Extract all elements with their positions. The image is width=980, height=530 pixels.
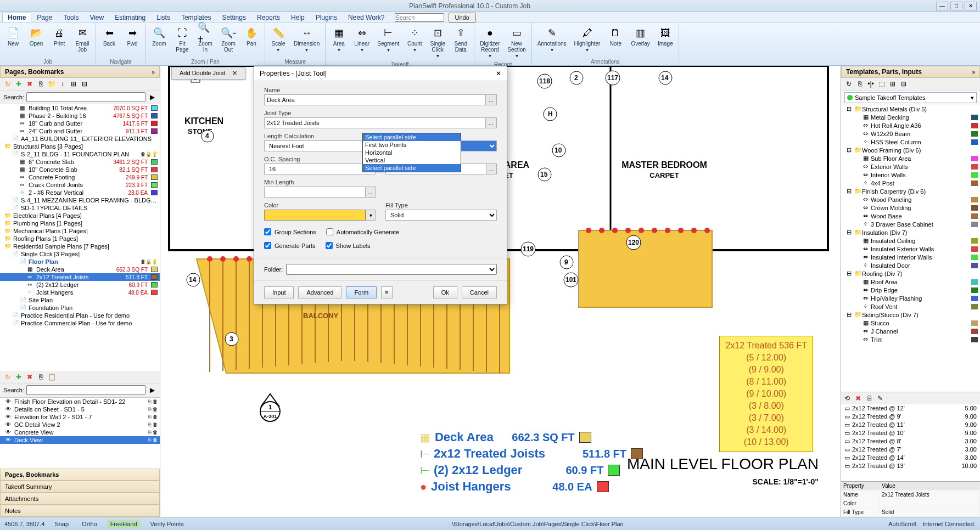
accordion-pages[interactable]: Pages, Bookmarks <box>0 469 160 481</box>
cancel-button[interactable]: Cancel <box>462 286 497 298</box>
advanced-tab-button[interactable]: Advanced <box>298 286 341 298</box>
template-item[interactable]: ⊟📁Wood Framing (Div 6) <box>841 146 980 154</box>
views-refresh-icon[interactable]: ↻ <box>3 373 12 381</box>
ribbon-highlighter-button[interactable]: 🖍Highlighter▾ <box>572 24 603 54</box>
name-input[interactable] <box>264 94 485 105</box>
template-item[interactable]: ⇔Insulated Exterior Walls <box>841 245 980 253</box>
view-item[interactable]: 👁Elevation for Wall 2 - SD1 - 7⎘ 🗑 <box>0 413 160 421</box>
template-item[interactable]: ▦Sub Floor Area <box>841 154 980 162</box>
menu-estimating[interactable]: Estimating <box>109 13 151 22</box>
template-item[interactable]: ⇔W12x20 Beam <box>841 129 980 138</box>
tree-item[interactable]: ▦Building 10 Total Area7070.0 SQ FT <box>0 104 160 112</box>
ribbon-area-button[interactable]: ▦Area▾ <box>329 24 349 54</box>
accordion-attachments[interactable]: Attachments <box>0 493 160 505</box>
template-item[interactable]: ⇔Drip Edge <box>841 286 980 294</box>
dropdown-option[interactable]: First two Points <box>363 141 461 149</box>
ribbon-count-button[interactable]: ⁘Count▾ <box>405 24 424 54</box>
part-cfg-icon[interactable]: ✎ <box>876 394 884 403</box>
sort-icon[interactable]: ↕ <box>58 80 67 88</box>
min-length-input[interactable] <box>264 187 365 198</box>
color-swatch[interactable] <box>264 210 366 221</box>
tpl-sort-icon[interactable]: •|• <box>866 80 875 88</box>
ortho-toggle[interactable]: Ortho <box>79 520 100 528</box>
part-sync-icon[interactable]: ⟲ <box>843 394 852 403</box>
minimize-button[interactable]: — <box>936 2 948 10</box>
views-search-input[interactable] <box>26 385 145 395</box>
copy-icon[interactable]: ⎘ <box>36 80 45 88</box>
menu-needwork[interactable]: Need Work? <box>343 13 390 22</box>
view-item[interactable]: 👁Deck View⎘ 🗑 <box>0 436 160 444</box>
undo-button[interactable]: Undo <box>449 13 476 22</box>
views-delete-icon[interactable]: ✖ <box>25 373 34 381</box>
tree-item[interactable]: 📁Mechanical Plans [1 Pages] <box>0 227 160 235</box>
tpl-expand-icon[interactable]: ⊞ <box>888 80 897 88</box>
tree-item[interactable]: 📁Residential Sample Plans [7 Pages] <box>0 243 160 250</box>
tree-item[interactable]: 📄Practice Residential Plan - Use for dem… <box>0 312 160 319</box>
menu-help[interactable]: Help <box>285 13 310 22</box>
color-dropdown-button[interactable]: ▾ <box>366 210 376 221</box>
fill-type-select[interactable]: Solid <box>385 210 497 221</box>
template-item[interactable]: ⁘3 Drawer Base Cabinet <box>841 220 980 228</box>
pages-tree[interactable]: ▦Building 10 Total Area7070.0 SQ FT▦Phas… <box>0 104 160 371</box>
accordion-takeoff[interactable]: Takeoff Summary <box>0 481 160 493</box>
view-item[interactable]: 👁GC Detail View 2⎘ 🗑 <box>0 421 160 428</box>
tree-item[interactable]: 📄Foundation Plan <box>0 304 160 312</box>
tree-item[interactable]: ▦6" Concrete Slab3461.2 SQ FT <box>0 158 160 166</box>
tree-item[interactable]: ▦10" Concrete Slab82.1 SQ FT <box>0 166 160 173</box>
dialog-close-icon[interactable]: ✕ <box>496 70 501 77</box>
part-row[interactable]: ▭2x12 Treated @ 12'5.00 <box>841 404 980 413</box>
tree-item[interactable]: 📄S-4_11 MEZZANINE FLOOR FRAMING - BLDG 1… <box>0 196 160 204</box>
delete-icon[interactable]: ✖ <box>25 80 34 88</box>
template-item[interactable]: ⇔Wood Base <box>841 212 980 220</box>
property-row[interactable]: Fill TypeSolid <box>841 508 980 517</box>
form-tab-button[interactable]: Form <box>346 286 377 298</box>
collapse-icon[interactable]: » <box>152 69 155 75</box>
dropdown-selected[interactable]: Select parallel side <box>363 133 461 141</box>
ok-button[interactable]: Ok <box>433 286 457 298</box>
menu-lists[interactable]: Lists <box>151 13 176 22</box>
template-item[interactable]: ⁘HSS Steel Column <box>841 138 980 146</box>
property-row[interactable]: Color <box>841 499 980 508</box>
template-item[interactable]: ⁘Roof Vent <box>841 302 980 311</box>
tpl-copy-icon[interactable]: ⎘ <box>855 80 864 88</box>
folder-icon[interactable]: 📁 <box>47 80 56 88</box>
ribbon-digitizerrecord-button[interactable]: ●DigitizerRecord▾ <box>478 24 502 60</box>
tree-item[interactable]: ⇔(2) 2x12 Ledger60.9 FT <box>0 281 160 289</box>
part-row[interactable]: ▭2x12 Treated @ 8'3.00 <box>841 437 980 446</box>
parts-list[interactable]: ▭2x12 Treated @ 12'5.00▭2x12 Treated @ 9… <box>841 404 980 481</box>
tree-item[interactable]: ⇔Crack Control Joints223.9 FT <box>0 181 160 189</box>
generate-parts-checkbox[interactable] <box>264 242 271 249</box>
menu-search-input[interactable] <box>395 13 444 22</box>
part-row[interactable]: ▭2x12 Treated @ 11'9.00 <box>841 421 980 429</box>
refresh-icon[interactable]: ↻ <box>3 80 12 88</box>
dropdown-option[interactable]: Vertical <box>363 156 461 164</box>
views-paste-icon[interactable]: 📋 <box>47 373 56 381</box>
group-sections-checkbox[interactable] <box>264 228 271 235</box>
tree-item[interactable]: ▦Deck Area662.3 SQ FT <box>0 266 160 273</box>
template-item[interactable]: ▦Metal Decking <box>841 113 980 121</box>
ribbon-zoomout-button[interactable]: 🔍-ZoomOut <box>219 24 238 54</box>
views-copy-icon[interactable]: ⎘ <box>36 373 45 381</box>
oc-spacing-select[interactable]: 16 <box>264 163 376 174</box>
tree-item[interactable]: ⁘Joist Hangers48.0 EA <box>0 289 160 296</box>
template-item[interactable]: ⇔Wood Paneling <box>841 195 980 204</box>
ribbon-pan-button[interactable]: ✋Pan <box>242 24 261 48</box>
property-row[interactable]: Name2x12 Treated Joists <box>841 490 980 499</box>
ribbon-scale-button[interactable]: 📏Scale▾ <box>268 24 288 54</box>
auto-generate-checkbox[interactable] <box>326 228 333 235</box>
ribbon-annotations-button[interactable]: ✎Annotations▾ <box>535 24 569 54</box>
tree-item[interactable]: ▦Phase 2 - Building 164767.5 SQ FT <box>0 112 160 120</box>
close-icon[interactable]: ✕ <box>232 70 237 76</box>
tree-item[interactable]: 📄A4_11 BUILDING 11_ EXTERIOR ELEVATIONS <box>0 135 160 143</box>
length-calc-select[interactable]: Nearest Foot <box>264 140 376 151</box>
template-item[interactable]: ⁘4x4 Post <box>841 179 980 187</box>
tree-item[interactable]: 📄SD-1 TYPICAL DETAILS <box>0 204 160 212</box>
template-item[interactable]: ⇔Hot Roll Angle A36 <box>841 121 980 129</box>
freehand-toggle[interactable]: FreeHand <box>107 520 141 528</box>
ribbon-fitpage-button[interactable]: ⛶FitPage <box>172 24 192 54</box>
template-item[interactable]: ⇔Crown Molding <box>841 204 980 212</box>
template-item[interactable]: ⊟📁Roofing (Div 7) <box>841 269 980 278</box>
dropdown-option[interactable]: Select parallel side <box>363 164 461 172</box>
tpl-new-icon[interactable]: ⬚ <box>877 80 886 88</box>
view-item[interactable]: 👁Finish Floor Elevation on Detail - SD1-… <box>0 398 160 405</box>
